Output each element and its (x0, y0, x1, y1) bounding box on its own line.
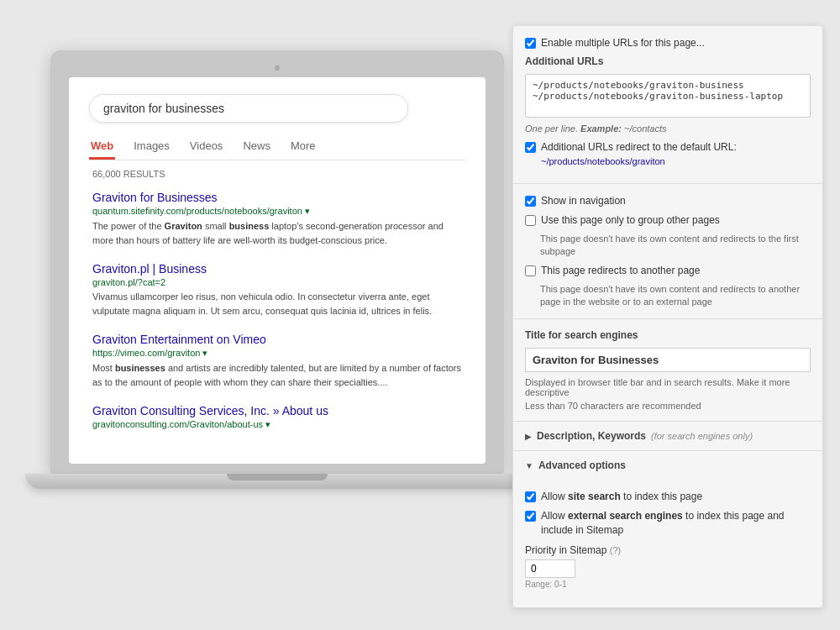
redirect-page-row: This page redirects to another page (525, 264, 811, 278)
search-area: graviton for businesses Web Images Video… (69, 77, 486, 430)
tab-images[interactable]: Images (132, 134, 171, 160)
url-hint: One per line. Example: ~/contacts (525, 123, 811, 134)
advanced-arrow-icon: ▼ (525, 461, 533, 470)
external-search-row: Allow external search engines to index t… (525, 509, 811, 538)
site-search-checkbox[interactable] (525, 491, 536, 502)
result-4-title[interactable]: Graviton Consulting Services, Inc. » Abo… (92, 404, 465, 417)
advanced-label: Advanced options (538, 459, 626, 471)
external-search-checkbox[interactable] (525, 511, 536, 522)
priority-hint: (?) (610, 545, 621, 555)
tab-news[interactable]: News (241, 134, 272, 160)
result-3: Graviton Entertainment on Vimeo https://… (89, 333, 465, 389)
additional-urls-title: Additional URLs (525, 55, 811, 67)
site-search-row: Allow site search to index this page (525, 490, 811, 504)
laptop-camera (275, 66, 280, 71)
group-pages-sub: This page doesn't have its own content a… (540, 233, 811, 259)
result-4: Graviton Consulting Services, Inc. » Abo… (89, 404, 465, 430)
result-3-title[interactable]: Graviton Entertainment on Vimeo (92, 333, 465, 346)
advanced-header[interactable]: ▼ Advanced options (513, 451, 822, 480)
result-4-url: gravitonconsulting.com/Graviton/about-us… (92, 419, 465, 430)
settings-panel: Enable multiple URLs for this page... Ad… (512, 25, 823, 608)
enable-urls-row: Enable multiple URLs for this page... (525, 36, 811, 50)
browser-content: graviton for businesses Web Images Video… (69, 77, 486, 464)
tab-videos[interactable]: Videos (188, 134, 225, 160)
seo-title-limit: Less than 70 characters are recommended (525, 401, 811, 411)
additional-urls-input[interactable]: ~/products/notebooks/graviton-business ~… (525, 74, 811, 118)
enable-urls-checkbox[interactable] (525, 38, 536, 49)
enable-urls-label: Enable multiple URLs for this page... (541, 36, 705, 50)
search-tabs: Web Images Videos News More (89, 134, 465, 160)
result-3-url: https://vimeo.com/graviton ▾ (92, 348, 465, 359)
redirect-urls-checkbox[interactable] (525, 142, 536, 153)
advanced-content: Allow site search to index this page All… (513, 480, 822, 598)
result-1: Graviton for Businesses quantum.sitefini… (89, 191, 465, 247)
external-search-label: Allow external search engines to index t… (541, 509, 811, 538)
tab-more[interactable]: More (289, 134, 318, 160)
redirect-urls-row: Additional URLs redirect to the default … (525, 140, 811, 169)
group-pages-row: Use this page only to group other pages (525, 213, 811, 228)
enable-urls-section: Enable multiple URLs for this page... Ad… (513, 26, 822, 184)
show-in-nav-row: Show in navigation (525, 194, 811, 208)
laptop-base (25, 474, 529, 489)
seo-title-heading: Title for search engines (525, 329, 811, 341)
redirect-label: Additional URLs redirect to the default … (541, 140, 737, 169)
description-sub: (for search engines only) (651, 431, 753, 441)
priority-input[interactable] (525, 559, 575, 578)
redirect-page-sub: This page doesn't have its own content a… (540, 283, 811, 309)
url-example-label: Example: (580, 123, 622, 134)
url-example-value: ~/contacts (624, 123, 666, 134)
redirect-page-label: This page redirects to another page (541, 264, 700, 278)
description-header[interactable]: ▶ Description, Keywords (for search engi… (513, 422, 822, 451)
redirect-page-checkbox[interactable] (525, 265, 536, 276)
priority-section: Priority in Sitemap (?) Range: 0-1 (525, 544, 811, 589)
result-2-title[interactable]: Graviton.pl | Business (92, 262, 465, 276)
seo-title-value[interactable]: Graviton for Businesses (525, 348, 811, 372)
result-2-url: graviton.pl/?cat=2 (92, 277, 465, 287)
search-bar: graviton for businesses (89, 94, 408, 123)
description-arrow-icon: ▶ (525, 432, 532, 441)
results-count: 66,000 RESULTS (89, 169, 465, 179)
seo-title-section: Title for search engines Graviton for Bu… (513, 319, 822, 422)
redirect-url: ~/products/notebooks/graviton (541, 156, 665, 166)
result-1-snippet: The power of the Graviton small business… (92, 219, 465, 247)
group-pages-checkbox[interactable] (525, 215, 536, 226)
seo-title-hint: Displayed in browser title bar and in se… (525, 377, 811, 397)
result-3-snippet: Most businesses and artists are incredib… (92, 361, 465, 389)
site-search-label: Allow site search to index this page (541, 490, 702, 504)
group-pages-label: Use this page only to group other pages (541, 213, 720, 228)
range-hint: Range: 0-1 (525, 580, 811, 589)
show-in-nav-checkbox[interactable] (525, 196, 536, 207)
tab-web[interactable]: Web (89, 134, 115, 160)
search-query: graviton for businesses (103, 102, 394, 115)
description-label: Description, Keywords (537, 430, 646, 442)
url-hint-prefix: One per line. (525, 123, 578, 134)
laptop-mockup: graviton for businesses Web Images Video… (50, 50, 529, 571)
result-2-snippet: Vivamus ullamcorper leo risus, non vehic… (92, 290, 465, 318)
priority-label: Priority in Sitemap (?) (525, 544, 811, 556)
laptop-screen: graviton for businesses Web Images Video… (50, 50, 504, 474)
navigation-section: Show in navigation Use this page only to… (513, 184, 822, 319)
show-in-nav-label: Show in navigation (541, 194, 626, 208)
result-1-title[interactable]: Graviton for Businesses (92, 191, 465, 204)
result-1-url: quantum.sitefinity.com/products/notebook… (92, 206, 465, 217)
result-2: Graviton.pl | Business graviton.pl/?cat=… (89, 262, 465, 318)
